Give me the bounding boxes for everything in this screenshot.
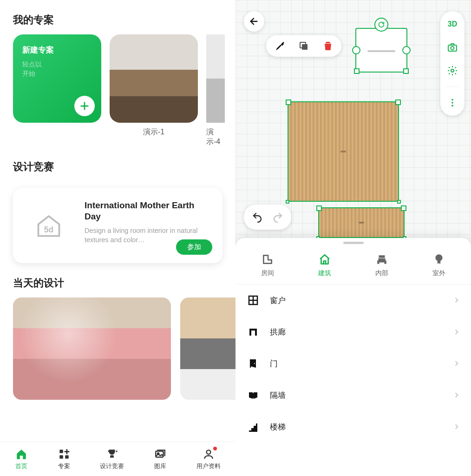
catalog-item-list: 窗户 拱廊 门 <box>236 284 471 443</box>
window-icon <box>247 294 260 307</box>
contest-logo-icon: 5d <box>23 200 74 251</box>
bottom-nav: 首页 专案 设计竞赛 图库 用户资料 <box>0 442 236 476</box>
contest-card[interactable]: 5d International Mother Earth Day Design… <box>13 188 222 263</box>
chevron-right-icon <box>453 423 460 430</box>
camera-button[interactable] <box>445 40 460 55</box>
editor-pane: 3D 房间 <box>236 0 471 476</box>
projects-row: 新建专案 轻点以 开始 演示-1 演示-4 <box>0 34 236 147</box>
plus-icon[interactable] <box>74 96 95 116</box>
daily-design-thumb[interactable] <box>13 298 171 400</box>
new-project-card[interactable]: 新建专案 轻点以 开始 <box>13 34 101 123</box>
building-icon <box>318 252 332 266</box>
svg-point-12 <box>451 99 453 101</box>
project-card[interactable]: 演示-1 <box>110 34 198 147</box>
room-icon <box>261 252 275 266</box>
svg-point-10 <box>451 46 454 50</box>
category-outdoor[interactable]: 室外 <box>432 252 446 278</box>
more-button[interactable] <box>445 95 460 110</box>
svg-rect-9 <box>448 45 457 51</box>
selected-object[interactable] <box>355 28 407 73</box>
project-thumb <box>110 34 198 123</box>
trophy-icon <box>105 448 118 461</box>
svg-rect-3 <box>65 455 69 459</box>
undo-redo-bar <box>244 205 291 230</box>
project-label: 演示-1 <box>143 127 164 137</box>
section-title-projects: 我的专案 <box>0 0 236 34</box>
svg-text:5d: 5d <box>44 225 53 234</box>
contest-join-button[interactable]: 参加 <box>176 239 212 255</box>
svg-rect-2 <box>59 455 63 459</box>
gallery-icon <box>154 448 167 461</box>
catalog-item-arch[interactable]: 拱廊 <box>236 316 471 348</box>
stairs-icon <box>247 420 260 433</box>
nav-gallery[interactable]: 图库 <box>154 448 167 470</box>
home-pane: 我的专案 新建专案 轻点以 开始 演示-1 演示-4 设计竞赛 5d <box>0 0 236 476</box>
interior-icon <box>375 252 389 266</box>
project-label: 演示-4 <box>206 127 225 147</box>
floorplan-room[interactable] <box>288 101 399 202</box>
new-project-title: 新建专案 <box>22 45 92 55</box>
floorplan-room[interactable] <box>318 207 405 238</box>
category-interior[interactable]: 内部 <box>375 252 389 278</box>
nav-profile[interactable]: 用户资料 <box>196 448 221 470</box>
arch-icon <box>247 325 260 338</box>
svg-point-6 <box>207 450 211 454</box>
catalog-item-door[interactable]: 门 <box>236 348 471 379</box>
svg-rect-1 <box>59 450 63 453</box>
home-icon <box>15 448 28 461</box>
resize-handle-right[interactable] <box>402 46 411 54</box>
nav-contests[interactable]: 设计竞赛 <box>100 448 124 470</box>
svg-rect-7 <box>302 44 307 50</box>
back-button[interactable] <box>244 11 264 32</box>
resize-handle-left[interactable] <box>352 46 360 54</box>
category-building[interactable]: 建筑 <box>318 252 332 278</box>
chevron-right-icon <box>453 360 460 367</box>
project-card[interactable]: 演示-4 <box>206 34 225 147</box>
copy-button[interactable] <box>297 39 311 53</box>
partition-icon <box>247 389 260 402</box>
nav-home[interactable]: 首页 <box>15 448 28 470</box>
chevron-right-icon <box>453 392 460 398</box>
section-title-contests: 设计竞赛 <box>0 147 236 181</box>
nav-projects[interactable]: 专案 <box>58 448 71 470</box>
svg-point-14 <box>451 105 453 107</box>
contest-title: International Mother Earth Day <box>85 200 212 222</box>
svg-rect-4 <box>156 451 164 457</box>
delete-button[interactable] <box>321 39 335 53</box>
redo-button[interactable] <box>269 208 287 226</box>
chevron-right-icon <box>453 329 460 335</box>
view-3d-button[interactable]: 3D <box>445 17 460 32</box>
rotate-handle[interactable] <box>374 18 388 32</box>
catalog-item-window[interactable]: 窗户 <box>236 284 471 316</box>
catalog-item-stairs[interactable]: 楼梯 <box>236 411 471 443</box>
svg-point-11 <box>451 69 454 72</box>
category-room[interactable]: 房间 <box>261 252 275 278</box>
sheet-drag-handle[interactable] <box>343 242 364 244</box>
outdoor-icon <box>432 252 446 266</box>
project-thumb <box>206 34 225 123</box>
undo-button[interactable] <box>249 208 266 226</box>
catalog-sheet: 房间 建筑 内部 室外 <box>236 238 471 476</box>
profile-icon <box>202 448 215 461</box>
catalog-item-partition[interactable]: 隔墙 <box>236 379 471 411</box>
svg-point-13 <box>451 102 453 104</box>
section-title-daily: 当天的设计 <box>0 263 236 298</box>
daily-design-thumb[interactable] <box>180 298 236 400</box>
daily-row <box>0 298 236 400</box>
catalog-categories: 房间 建筑 内部 室外 <box>236 247 471 284</box>
door-icon <box>247 357 260 370</box>
object-action-bar <box>266 35 341 57</box>
notification-badge <box>212 446 218 451</box>
editor-side-toolbar: 3D <box>440 11 464 116</box>
chevron-right-icon <box>453 297 460 304</box>
grid-plus-icon <box>58 448 71 461</box>
new-project-hint: 轻点以 开始 <box>22 60 92 78</box>
settings-button[interactable] <box>273 39 287 53</box>
gear-button[interactable] <box>445 63 460 78</box>
